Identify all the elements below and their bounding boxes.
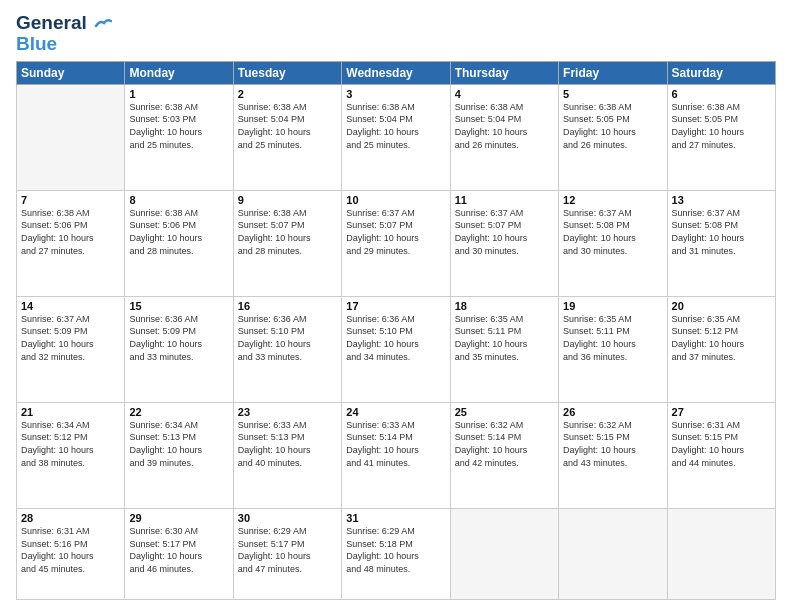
day-cell: 7Sunrise: 6:38 AMSunset: 5:06 PMDaylight… <box>17 190 125 296</box>
day-info: Sunrise: 6:37 AMSunset: 5:09 PMDaylight:… <box>21 313 120 363</box>
day-info: Sunrise: 6:38 AMSunset: 5:06 PMDaylight:… <box>21 207 120 257</box>
day-number: 15 <box>129 300 228 312</box>
day-cell: 15Sunrise: 6:36 AMSunset: 5:09 PMDayligh… <box>125 296 233 402</box>
day-number: 21 <box>21 406 120 418</box>
day-info: Sunrise: 6:33 AMSunset: 5:14 PMDaylight:… <box>346 419 445 469</box>
day-number: 18 <box>455 300 554 312</box>
day-info: Sunrise: 6:34 AMSunset: 5:13 PMDaylight:… <box>129 419 228 469</box>
day-cell: 3Sunrise: 6:38 AMSunset: 5:04 PMDaylight… <box>342 84 450 190</box>
weekday-sunday: Sunday <box>17 61 125 84</box>
day-number: 13 <box>672 194 771 206</box>
day-info: Sunrise: 6:29 AMSunset: 5:17 PMDaylight:… <box>238 525 337 575</box>
day-cell: 31Sunrise: 6:29 AMSunset: 5:18 PMDayligh… <box>342 508 450 599</box>
day-number: 24 <box>346 406 445 418</box>
day-number: 3 <box>346 88 445 100</box>
header: General Blue <box>16 12 776 55</box>
day-info: Sunrise: 6:38 AMSunset: 5:03 PMDaylight:… <box>129 101 228 151</box>
calendar-table: SundayMondayTuesdayWednesdayThursdayFrid… <box>16 61 776 600</box>
day-cell: 20Sunrise: 6:35 AMSunset: 5:12 PMDayligh… <box>667 296 775 402</box>
page: General Blue SundayMondayTuesdayWednesda… <box>0 0 792 612</box>
day-cell: 27Sunrise: 6:31 AMSunset: 5:15 PMDayligh… <box>667 402 775 508</box>
day-number: 16 <box>238 300 337 312</box>
day-info: Sunrise: 6:36 AMSunset: 5:10 PMDaylight:… <box>238 313 337 363</box>
day-info: Sunrise: 6:37 AMSunset: 5:08 PMDaylight:… <box>672 207 771 257</box>
day-number: 9 <box>238 194 337 206</box>
day-info: Sunrise: 6:35 AMSunset: 5:11 PMDaylight:… <box>563 313 662 363</box>
week-row-5: 28Sunrise: 6:31 AMSunset: 5:16 PMDayligh… <box>17 508 776 599</box>
day-info: Sunrise: 6:34 AMSunset: 5:12 PMDaylight:… <box>21 419 120 469</box>
day-info: Sunrise: 6:37 AMSunset: 5:08 PMDaylight:… <box>563 207 662 257</box>
day-cell: 17Sunrise: 6:36 AMSunset: 5:10 PMDayligh… <box>342 296 450 402</box>
day-number: 26 <box>563 406 662 418</box>
day-cell: 23Sunrise: 6:33 AMSunset: 5:13 PMDayligh… <box>233 402 341 508</box>
day-cell: 26Sunrise: 6:32 AMSunset: 5:15 PMDayligh… <box>559 402 667 508</box>
day-info: Sunrise: 6:30 AMSunset: 5:17 PMDaylight:… <box>129 525 228 575</box>
week-row-2: 7Sunrise: 6:38 AMSunset: 5:06 PMDaylight… <box>17 190 776 296</box>
day-cell <box>450 508 558 599</box>
weekday-monday: Monday <box>125 61 233 84</box>
day-number: 23 <box>238 406 337 418</box>
logo-general: General <box>16 12 87 33</box>
weekday-wednesday: Wednesday <box>342 61 450 84</box>
logo-blue: Blue <box>16 34 57 55</box>
day-cell: 30Sunrise: 6:29 AMSunset: 5:17 PMDayligh… <box>233 508 341 599</box>
day-cell: 18Sunrise: 6:35 AMSunset: 5:11 PMDayligh… <box>450 296 558 402</box>
day-number: 30 <box>238 512 337 524</box>
day-info: Sunrise: 6:38 AMSunset: 5:04 PMDaylight:… <box>238 101 337 151</box>
day-info: Sunrise: 6:31 AMSunset: 5:15 PMDaylight:… <box>672 419 771 469</box>
day-number: 27 <box>672 406 771 418</box>
day-info: Sunrise: 6:35 AMSunset: 5:12 PMDaylight:… <box>672 313 771 363</box>
day-cell: 14Sunrise: 6:37 AMSunset: 5:09 PMDayligh… <box>17 296 125 402</box>
day-number: 5 <box>563 88 662 100</box>
day-cell: 21Sunrise: 6:34 AMSunset: 5:12 PMDayligh… <box>17 402 125 508</box>
day-number: 4 <box>455 88 554 100</box>
weekday-tuesday: Tuesday <box>233 61 341 84</box>
day-info: Sunrise: 6:36 AMSunset: 5:09 PMDaylight:… <box>129 313 228 363</box>
day-number: 10 <box>346 194 445 206</box>
day-cell <box>667 508 775 599</box>
day-info: Sunrise: 6:38 AMSunset: 5:07 PMDaylight:… <box>238 207 337 257</box>
day-number: 12 <box>563 194 662 206</box>
day-cell: 11Sunrise: 6:37 AMSunset: 5:07 PMDayligh… <box>450 190 558 296</box>
week-row-3: 14Sunrise: 6:37 AMSunset: 5:09 PMDayligh… <box>17 296 776 402</box>
day-number: 7 <box>21 194 120 206</box>
day-number: 20 <box>672 300 771 312</box>
day-cell: 1Sunrise: 6:38 AMSunset: 5:03 PMDaylight… <box>125 84 233 190</box>
day-info: Sunrise: 6:33 AMSunset: 5:13 PMDaylight:… <box>238 419 337 469</box>
day-info: Sunrise: 6:38 AMSunset: 5:05 PMDaylight:… <box>672 101 771 151</box>
weekday-header-row: SundayMondayTuesdayWednesdayThursdayFrid… <box>17 61 776 84</box>
logo: General Blue <box>16 12 112 55</box>
day-cell: 29Sunrise: 6:30 AMSunset: 5:17 PMDayligh… <box>125 508 233 599</box>
day-number: 22 <box>129 406 228 418</box>
day-cell: 4Sunrise: 6:38 AMSunset: 5:04 PMDaylight… <box>450 84 558 190</box>
day-number: 2 <box>238 88 337 100</box>
day-cell: 10Sunrise: 6:37 AMSunset: 5:07 PMDayligh… <box>342 190 450 296</box>
day-number: 14 <box>21 300 120 312</box>
day-cell: 28Sunrise: 6:31 AMSunset: 5:16 PMDayligh… <box>17 508 125 599</box>
day-cell <box>559 508 667 599</box>
day-info: Sunrise: 6:38 AMSunset: 5:05 PMDaylight:… <box>563 101 662 151</box>
day-cell: 22Sunrise: 6:34 AMSunset: 5:13 PMDayligh… <box>125 402 233 508</box>
day-cell: 8Sunrise: 6:38 AMSunset: 5:06 PMDaylight… <box>125 190 233 296</box>
day-info: Sunrise: 6:31 AMSunset: 5:16 PMDaylight:… <box>21 525 120 575</box>
day-number: 6 <box>672 88 771 100</box>
day-info: Sunrise: 6:36 AMSunset: 5:10 PMDaylight:… <box>346 313 445 363</box>
day-info: Sunrise: 6:37 AMSunset: 5:07 PMDaylight:… <box>455 207 554 257</box>
day-number: 28 <box>21 512 120 524</box>
day-cell: 12Sunrise: 6:37 AMSunset: 5:08 PMDayligh… <box>559 190 667 296</box>
day-cell: 16Sunrise: 6:36 AMSunset: 5:10 PMDayligh… <box>233 296 341 402</box>
day-cell: 19Sunrise: 6:35 AMSunset: 5:11 PMDayligh… <box>559 296 667 402</box>
day-cell: 5Sunrise: 6:38 AMSunset: 5:05 PMDaylight… <box>559 84 667 190</box>
day-number: 8 <box>129 194 228 206</box>
day-cell: 6Sunrise: 6:38 AMSunset: 5:05 PMDaylight… <box>667 84 775 190</box>
weekday-thursday: Thursday <box>450 61 558 84</box>
day-info: Sunrise: 6:37 AMSunset: 5:07 PMDaylight:… <box>346 207 445 257</box>
day-number: 25 <box>455 406 554 418</box>
day-info: Sunrise: 6:38 AMSunset: 5:06 PMDaylight:… <box>129 207 228 257</box>
day-info: Sunrise: 6:29 AMSunset: 5:18 PMDaylight:… <box>346 525 445 575</box>
day-number: 31 <box>346 512 445 524</box>
day-info: Sunrise: 6:32 AMSunset: 5:15 PMDaylight:… <box>563 419 662 469</box>
day-cell: 2Sunrise: 6:38 AMSunset: 5:04 PMDaylight… <box>233 84 341 190</box>
weekday-saturday: Saturday <box>667 61 775 84</box>
day-info: Sunrise: 6:35 AMSunset: 5:11 PMDaylight:… <box>455 313 554 363</box>
